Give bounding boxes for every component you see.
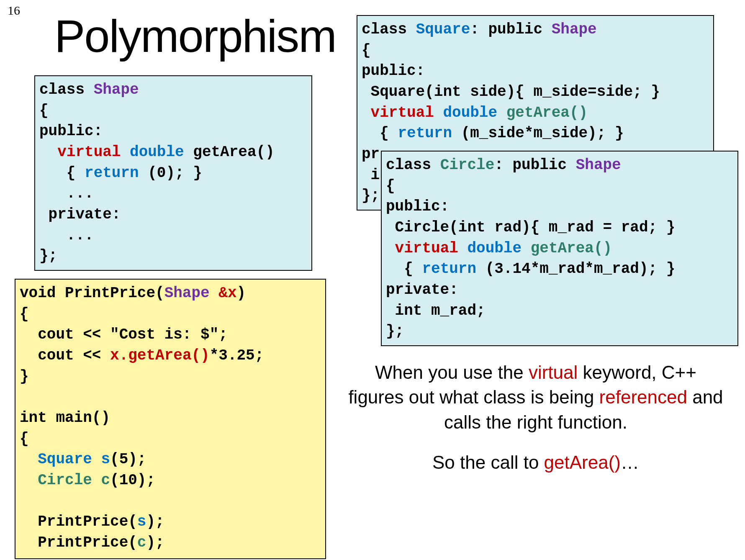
code-text xyxy=(458,240,468,257)
code-text: double xyxy=(443,104,497,121)
code-text: virtual xyxy=(57,144,121,161)
code-text: return xyxy=(422,260,476,277)
code-text: (5); xyxy=(110,451,146,468)
code-text: { xyxy=(20,430,29,447)
code-text: : public xyxy=(494,157,575,174)
code-text: (10); xyxy=(110,472,155,489)
code-text: double xyxy=(467,240,522,257)
code-text: ); xyxy=(146,513,164,530)
code-text: s xyxy=(137,513,146,530)
code-text: public: xyxy=(386,198,449,215)
code-text: (0); } xyxy=(139,164,202,182)
code-text: private: xyxy=(386,281,458,298)
code-text xyxy=(20,472,38,489)
page-number: 16 xyxy=(8,3,20,18)
code-text xyxy=(522,240,531,257)
explain-span: … xyxy=(621,452,639,473)
code-text: Shape xyxy=(164,285,210,302)
code-text: int m_rad; xyxy=(386,302,486,319)
code-text xyxy=(92,472,101,489)
code-text xyxy=(92,451,101,468)
code-text: PrintPrice( xyxy=(20,513,137,530)
code-text: { xyxy=(20,306,29,323)
code-text: virtual xyxy=(395,240,458,257)
code-text: Circle xyxy=(38,472,92,489)
code-text: *3.25; xyxy=(210,347,264,364)
code-text: Square xyxy=(416,21,470,38)
code-text: getArea() xyxy=(506,104,588,121)
code-text: (m_side*m_side); } xyxy=(452,125,624,142)
code-text: { xyxy=(39,102,49,119)
code-box-shape: class Shape { public: virtual double get… xyxy=(34,75,312,271)
code-text: ); xyxy=(146,534,164,551)
code-text: class xyxy=(362,21,416,38)
code-text: { xyxy=(386,177,395,195)
code-text: return xyxy=(85,164,139,182)
explain-span: When you use the xyxy=(375,362,529,383)
explain-span: virtual xyxy=(529,362,578,383)
code-text: }; xyxy=(386,323,404,340)
code-text: Circle xyxy=(440,157,495,174)
code-text: class xyxy=(39,81,94,98)
code-text: { xyxy=(362,42,371,59)
code-text xyxy=(39,144,57,161)
code-text: Shape xyxy=(576,157,621,174)
code-text: &x xyxy=(218,285,236,302)
explain-span: referenced xyxy=(599,387,687,407)
slide-title: Polymorphism xyxy=(54,9,336,62)
code-text: private: xyxy=(39,206,121,223)
explain-text-1: When you use the virtual keyword, C++ fi… xyxy=(347,360,724,434)
code-text: cout << xyxy=(20,347,110,364)
code-text: ... xyxy=(39,185,94,202)
code-text: Shape xyxy=(552,21,597,38)
code-text: { xyxy=(386,260,422,277)
code-text: return xyxy=(398,125,452,142)
code-text: class xyxy=(386,157,440,174)
code-text: pr xyxy=(362,146,380,163)
code-text: int main() xyxy=(20,409,110,426)
code-text xyxy=(362,104,371,121)
explain-span: So the call to xyxy=(432,452,544,473)
code-text: public: xyxy=(39,123,103,140)
code-text: Shape xyxy=(94,81,139,98)
code-text: c xyxy=(101,472,110,489)
code-text: s xyxy=(101,451,110,468)
code-text xyxy=(210,285,219,302)
code-text: ... xyxy=(39,227,94,244)
code-text xyxy=(386,240,395,257)
code-text: { xyxy=(39,164,85,182)
code-box-main: void PrintPrice(Shape &x) { cout << "Cos… xyxy=(15,279,326,559)
code-text: public: xyxy=(362,62,425,80)
code-text xyxy=(121,144,130,161)
code-text: }; xyxy=(39,247,57,265)
code-text xyxy=(20,451,38,468)
code-text: { xyxy=(362,125,398,142)
code-text: PrintPrice( xyxy=(20,534,137,551)
code-text: getArea() xyxy=(531,240,612,257)
code-text xyxy=(434,104,443,121)
code-text: i xyxy=(362,167,380,184)
code-text: (3.14*m_rad*m_rad); } xyxy=(476,260,675,277)
code-text: virtual xyxy=(371,104,434,121)
code-text xyxy=(497,104,506,121)
code-text: void PrintPrice( xyxy=(20,285,164,302)
code-text: Square xyxy=(38,451,92,468)
code-text: } xyxy=(20,368,29,385)
code-text: : public xyxy=(470,21,551,38)
code-text: }; xyxy=(362,187,380,204)
explain-text-2: So the call to getArea()… xyxy=(347,450,724,475)
code-text: Circle(int rad){ m_rad = rad; } xyxy=(386,219,675,236)
code-box-circle: class Circle: public Shape { public: Cir… xyxy=(381,151,738,346)
code-text: cout << "Cost is: $"; xyxy=(20,326,228,343)
code-text: c xyxy=(137,534,146,551)
code-text: double xyxy=(130,144,184,161)
code-text: ) xyxy=(237,285,246,302)
code-text: getArea() xyxy=(184,144,275,161)
explain-span: getArea() xyxy=(544,452,621,473)
code-text: Square(int side){ m_side=side; } xyxy=(362,83,660,100)
code-text: x.getArea() xyxy=(110,347,210,364)
